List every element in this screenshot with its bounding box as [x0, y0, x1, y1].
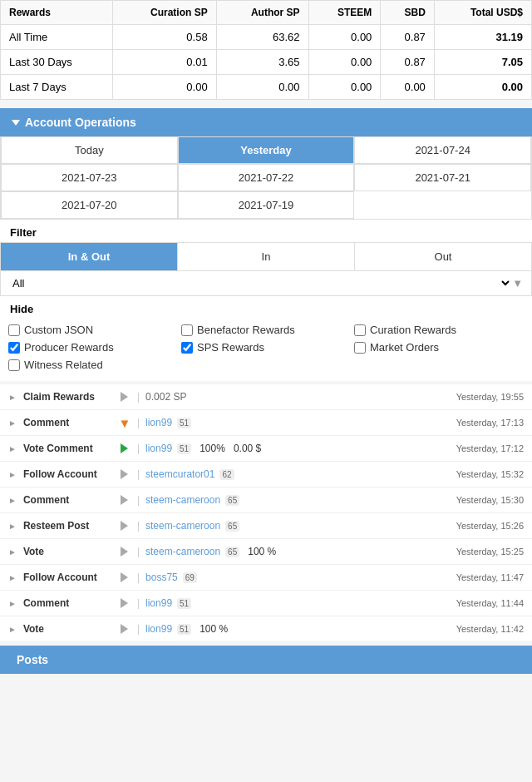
triangle-green-icon [118, 442, 131, 455]
op-user-link[interactable]: steem-cameroon [145, 546, 220, 557]
date-2021-07-20[interactable]: 2021-07-20 [1, 191, 178, 219]
rewards-table: Rewards Curation SP Author SP STEEM SBD … [0, 0, 532, 100]
op-user-link[interactable]: steem-cameroon [145, 494, 220, 506]
op-badge: 62 [219, 469, 234, 480]
operations-list: ► Claim Rewards | 0.002 SP Yesterday, 19… [0, 384, 532, 642]
date-grid: Today Yesterday 2021-07-24 2021-07-23 20… [0, 136, 532, 220]
op-time: Yesterday, 15:30 [456, 495, 524, 505]
expand-icon[interactable]: ► [8, 547, 17, 557]
checkbox-market-orders-input[interactable] [354, 342, 366, 354]
author-sp-value: 63.62 [216, 25, 308, 50]
checkbox-witness-related[interactable]: Witness Related [8, 359, 178, 371]
pipe-divider: | [137, 546, 140, 557]
checkbox-custom-json-input[interactable] [8, 324, 20, 336]
filter-tabs: In & Out In Out [0, 242, 532, 271]
op-user-link[interactable]: steemcurator01 [145, 468, 214, 480]
expand-icon[interactable]: ► [8, 470, 17, 479]
expand-icon[interactable]: ► [8, 393, 17, 402]
author-sp-value: 3.65 [216, 50, 308, 75]
checkbox-market-orders[interactable]: Market Orders [354, 341, 524, 354]
op-amount-usd: 0.00 $ [234, 443, 261, 454]
op-row-claim-rewards: ► Claim Rewards | 0.002 SP Yesterday, 19… [0, 384, 532, 410]
pipe-divider: | [137, 572, 140, 583]
pipe-divider: | [137, 391, 140, 403]
expand-icon[interactable]: ► [8, 625, 17, 634]
triangle-right-icon [118, 390, 131, 403]
checkbox-sps-rewards[interactable]: SPS Rewards [181, 341, 351, 354]
period-label: Last 30 Days [1, 50, 113, 75]
checkbox-witness-related-input[interactable] [8, 359, 20, 371]
expand-icon[interactable]: ► [8, 418, 17, 428]
expand-icon[interactable]: ► [8, 573, 17, 582]
sbd-value: 0.87 [381, 50, 435, 75]
date-yesterday[interactable]: Yesterday [178, 136, 355, 164]
checkbox-benefactor-rewards-input[interactable] [181, 324, 193, 336]
collapse-icon[interactable] [12, 120, 20, 126]
op-time: Yesterday, 11:47 [456, 572, 524, 582]
pipe-divider: | [137, 494, 140, 506]
expand-icon[interactable]: ► [8, 496, 17, 505]
curation-sp-value: 0.58 [112, 25, 216, 50]
filter-tab-in-out[interactable]: In & Out [1, 243, 178, 270]
op-user-link[interactable]: lion99 [145, 597, 172, 609]
col-author-sp: Author SP [216, 1, 308, 25]
checkbox-producer-rewards-input[interactable] [8, 342, 20, 354]
date-2021-07-21[interactable]: 2021-07-21 [354, 164, 531, 191]
op-badge: 65 [225, 547, 239, 557]
triangle-right-icon [118, 622, 131, 636]
op-time: Yesterday, 11:44 [456, 598, 524, 608]
triangle-orange-icon: ▼ [118, 416, 131, 429]
op-badge: 51 [177, 443, 191, 454]
op-amount-pct: 100 % [248, 546, 276, 557]
op-time: Yesterday, 15:26 [456, 521, 524, 531]
col-total-usd: Total USD$ [434, 1, 531, 25]
posts-title: Posts [17, 653, 48, 666]
curation-sp-value: 0.01 [112, 50, 216, 75]
op-user-link[interactable]: lion99 [145, 623, 172, 635]
filter-dropdown[interactable]: All [9, 276, 512, 290]
checkbox-sps-rewards-input[interactable] [181, 342, 193, 354]
total-value: 0.00 [434, 75, 531, 100]
filter-tab-out[interactable]: Out [355, 243, 531, 270]
sbd-value: 0.00 [381, 75, 435, 100]
checkbox-curation-rewards-input[interactable] [354, 324, 366, 336]
checkbox-market-orders-label: Market Orders [370, 341, 439, 354]
expand-icon[interactable]: ► [8, 599, 17, 608]
filter-tab-in[interactable]: In [178, 243, 355, 270]
op-user-link[interactable]: steem-cameroon [145, 520, 220, 532]
date-2021-07-22[interactable]: 2021-07-22 [178, 164, 355, 191]
checkbox-producer-rewards[interactable]: Producer Rewards [8, 341, 178, 354]
date-2021-07-24[interactable]: 2021-07-24 [354, 136, 531, 164]
pipe-divider: | [137, 417, 140, 428]
op-row-resteem: ► Resteem Post | steem-cameroon 65 Yeste… [0, 513, 532, 539]
op-user-link[interactable]: lion99 [145, 417, 172, 428]
expand-icon[interactable]: ► [8, 444, 17, 453]
op-detail: 0.002 SP [145, 391, 453, 403]
date-2021-07-23[interactable]: 2021-07-23 [1, 164, 178, 191]
op-type-label: Comment [23, 494, 115, 506]
op-type-label: Resteem Post [23, 520, 115, 532]
date-2021-07-19[interactable]: 2021-07-19 [178, 191, 355, 219]
table-row: All Time 0.58 63.62 0.00 0.87 31.19 [1, 25, 532, 50]
table-row: Last 7 Days 0.00 0.00 0.00 0.00 0.00 [1, 75, 532, 100]
op-type-label: Comment [23, 597, 115, 609]
sbd-value: 0.87 [381, 25, 435, 50]
triangle-right-icon [118, 493, 131, 507]
op-user-link[interactable]: lion99 [145, 443, 172, 454]
checkbox-benefactor-rewards[interactable]: Benefactor Rewards [181, 324, 351, 336]
op-row-comment-1: ► Comment ▼ | lion99 51 Yesterday, 17:13 [0, 410, 532, 436]
checkbox-curation-rewards[interactable]: Curation Rewards [354, 324, 524, 336]
steem-value: 0.00 [308, 25, 381, 50]
op-time: Yesterday, 17:13 [456, 418, 524, 428]
checkbox-custom-json[interactable]: Custom JSON [8, 324, 178, 336]
date-today[interactable]: Today [1, 136, 178, 164]
checkbox-sps-rewards-label: SPS Rewards [197, 341, 264, 354]
op-badge: 65 [225, 521, 239, 532]
op-user-link[interactable]: boss75 [145, 572, 178, 583]
account-operations-header: Account Operations [0, 108, 532, 136]
op-badge: 51 [177, 418, 191, 428]
op-row-follow-2: ► Follow Account | boss75 69 Yesterday, … [0, 565, 532, 591]
table-row: Last 30 Days 0.01 3.65 0.00 0.87 7.05 [1, 50, 532, 75]
expand-icon[interactable]: ► [8, 522, 17, 531]
triangle-right-icon [118, 545, 131, 558]
